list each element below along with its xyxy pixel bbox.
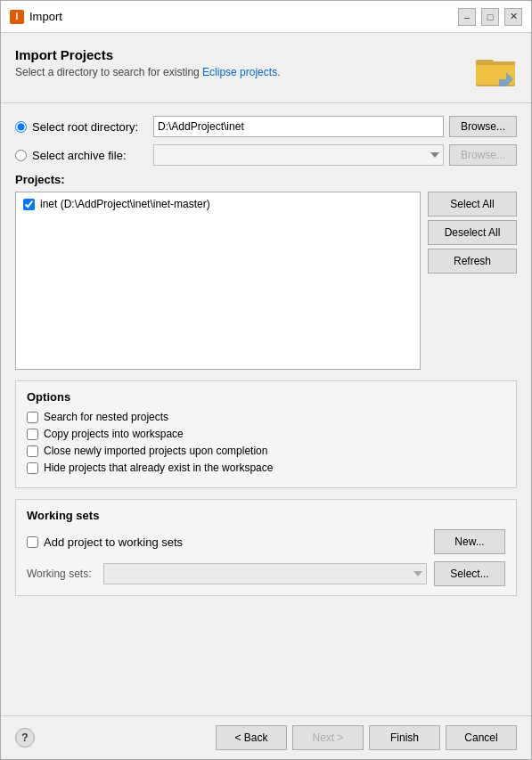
footer: ? < Back Next > Finish Cancel — [1, 715, 531, 759]
help-button[interactable]: ? — [15, 728, 35, 748]
svg-rect-3 — [476, 61, 515, 65]
eclipse-link[interactable]: Eclipse projects — [202, 66, 277, 78]
window-title: Import — [29, 10, 458, 23]
ws-select[interactable] — [103, 563, 427, 584]
nested-projects-option[interactable]: Search for nested projects — [27, 411, 505, 423]
projects-label: Projects: — [15, 173, 517, 186]
back-button[interactable]: < Back — [216, 725, 287, 750]
root-dir-input[interactable]: D:\AddProject\inet — [153, 116, 444, 137]
options-title: Options — [27, 390, 505, 404]
root-dir-row: Select root directory: D:\AddProject\ine… — [15, 116, 517, 137]
projects-area: inet (D:\AddProject\inet\inet-master) Se… — [15, 192, 517, 370]
list-item[interactable]: inet (D:\AddProject\inet\inet-master) — [20, 196, 416, 212]
copy-projects-checkbox[interactable] — [27, 429, 38, 440]
add-to-ws-label-row: Add project to working sets — [27, 535, 434, 549]
projects-list[interactable]: inet (D:\AddProject\inet\inet-master) — [15, 192, 421, 370]
select-all-button[interactable]: Select All — [428, 192, 517, 217]
nested-projects-checkbox[interactable] — [27, 412, 38, 423]
hide-projects-option[interactable]: Hide projects that already exist in the … — [27, 462, 505, 474]
import-dialog: I Import – □ ✕ Import Projects Select a … — [0, 0, 532, 760]
archive-file-select[interactable] — [153, 144, 444, 166]
deselect-all-button[interactable]: Deselect All — [428, 220, 517, 245]
next-button[interactable]: Next > — [292, 725, 364, 750]
add-to-ws-checkbox[interactable] — [27, 536, 38, 548]
header-section: Import Projects Select a directory to se… — [15, 47, 517, 90]
projects-buttons: Select All Deselect All Refresh — [428, 192, 517, 370]
title-bar: I Import – □ ✕ — [1, 1, 531, 33]
copy-projects-option[interactable]: Copy projects into workspace — [27, 428, 505, 440]
project-label: inet (D:\AddProject\inet\inet-master) — [40, 198, 210, 210]
window-icon: I — [10, 10, 24, 24]
root-dir-label[interactable]: Select root directory: — [15, 120, 153, 134]
folder-icon — [474, 47, 517, 90]
root-dir-radio[interactable] — [15, 121, 27, 133]
refresh-button[interactable]: Refresh — [428, 249, 517, 274]
ws-select-label: Working sets: — [27, 568, 91, 580]
close-projects-checkbox[interactable] — [27, 445, 38, 457]
header-divider — [1, 102, 531, 103]
new-working-set-button[interactable]: New... — [434, 529, 505, 554]
archive-file-radio[interactable] — [15, 150, 27, 161]
title-bar-controls: – □ ✕ — [458, 8, 522, 26]
header-description: Select a directory to search for existin… — [15, 66, 465, 78]
close-button[interactable]: ✕ — [504, 8, 522, 26]
restore-button[interactable]: □ — [481, 8, 499, 26]
working-sets-title: Working sets — [27, 509, 505, 522]
select-working-set-button[interactable]: Select... — [434, 561, 505, 586]
header-text: Import Projects Select a directory to se… — [15, 47, 465, 78]
close-projects-option[interactable]: Close newly imported projects upon compl… — [27, 445, 505, 457]
svg-marker-5 — [499, 79, 506, 86]
options-section: Options Search for nested projects Copy … — [15, 380, 517, 488]
ws-select-row: Working sets: Select... — [27, 561, 505, 586]
finish-button[interactable]: Finish — [369, 725, 440, 750]
archive-file-label[interactable]: Select archive file: — [15, 149, 153, 162]
hide-projects-checkbox[interactable] — [27, 462, 38, 474]
cancel-button[interactable]: Cancel — [446, 725, 517, 750]
add-to-ws-row: Add project to working sets New... — [27, 529, 505, 554]
minimize-button[interactable]: – — [458, 8, 476, 26]
archive-file-row: Select archive file: Browse... — [15, 144, 517, 166]
nav-buttons: < Back Next > Finish Cancel — [216, 725, 517, 750]
dialog-content: Import Projects Select a directory to se… — [1, 33, 531, 715]
working-sets-section: Working sets Add project to working sets… — [15, 499, 517, 596]
project-checkbox[interactable] — [23, 199, 35, 210]
archive-browse-button[interactable]: Browse... — [449, 144, 517, 166]
dialog-title: Import Projects — [15, 47, 465, 62]
root-browse-button[interactable]: Browse... — [449, 116, 517, 137]
add-to-ws-label: Add project to working sets — [44, 535, 183, 549]
